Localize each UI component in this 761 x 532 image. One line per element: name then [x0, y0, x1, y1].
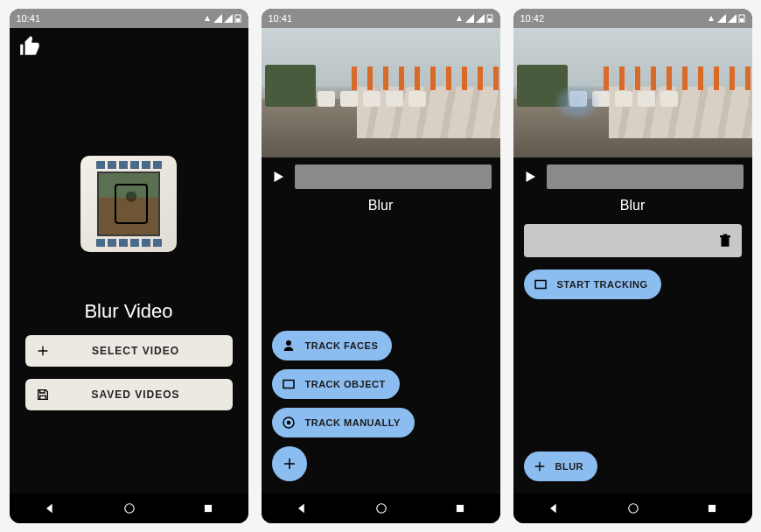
target-icon	[281, 415, 297, 430]
android-nav-bar	[10, 494, 248, 523]
object-icon	[533, 276, 548, 292]
video-preview[interactable]	[513, 28, 752, 158]
saved-videos-label: SAVED VIDEOS	[50, 388, 222, 401]
svg-point-2	[125, 504, 135, 514]
nav-back-icon[interactable]	[295, 501, 309, 515]
app-icon	[10, 156, 248, 252]
plus-icon	[282, 456, 297, 472]
nav-home-icon[interactable]	[627, 502, 639, 514]
nav-recent-icon[interactable]	[706, 502, 718, 514]
phone-screen-tracking: 10:42 Blur START TRACKING	[513, 9, 752, 523]
start-tracking-button[interactable]: START TRACKING	[524, 270, 662, 299]
saved-videos-button[interactable]: SAVED VIDEOS	[25, 379, 233, 410]
start-tracking-label: START TRACKING	[557, 279, 648, 290]
like-button[interactable]	[10, 28, 248, 68]
nav-recent-icon[interactable]	[454, 502, 466, 514]
svg-point-15	[629, 504, 639, 514]
svg-rect-11	[457, 505, 464, 512]
track-object-button[interactable]: TRACK OBJECT	[272, 369, 400, 399]
blur-button[interactable]: BLUR	[524, 452, 598, 481]
nav-back-icon[interactable]	[547, 501, 561, 515]
android-nav-bar	[262, 494, 500, 523]
phone-screen-home: 10:41 Blur Video SELECT VIDEO	[10, 9, 248, 523]
track-manually-label: TRACK MANUALLY	[305, 417, 401, 428]
video-progress[interactable]	[295, 164, 492, 189]
select-video-label: SELECT VIDEO	[50, 345, 222, 357]
nav-home-icon[interactable]	[375, 502, 387, 514]
plus-icon	[533, 459, 547, 473]
nav-recent-icon[interactable]	[202, 502, 214, 514]
object-icon	[281, 376, 297, 392]
trash-icon[interactable]	[717, 233, 733, 248]
svg-point-6	[286, 340, 291, 346]
play-icon	[522, 169, 538, 185]
save-icon	[36, 388, 50, 402]
status-time: 10:41	[17, 13, 41, 24]
plus-icon	[36, 344, 50, 358]
status-time: 10:42	[520, 13, 545, 24]
mode-label: Blur	[513, 198, 752, 214]
play-icon	[270, 169, 286, 185]
phone-screen-track-options: 10:41 Blur TRACK FACES	[262, 9, 500, 523]
svg-rect-13	[740, 18, 744, 22]
status-icons	[707, 14, 745, 23]
nav-back-icon[interactable]	[43, 501, 57, 515]
track-object-label: TRACK OBJECT	[305, 379, 386, 389]
face-icon	[281, 338, 297, 354]
track-faces-button[interactable]: TRACK FACES	[272, 331, 393, 360]
status-bar: 10:42	[513, 9, 752, 28]
play-button[interactable]	[270, 168, 288, 186]
track-manually-button[interactable]: TRACK MANUALLY	[272, 408, 415, 438]
add-button[interactable]	[272, 446, 307, 481]
mode-label: Blur	[262, 198, 500, 214]
nav-home-icon[interactable]	[123, 502, 136, 514]
tracking-slot[interactable]	[524, 224, 742, 257]
video-preview[interactable]	[262, 28, 500, 158]
status-time: 10:41	[269, 13, 293, 24]
status-icons	[455, 14, 493, 23]
android-nav-bar	[513, 494, 752, 523]
svg-point-9	[286, 421, 290, 425]
svg-rect-3	[205, 505, 212, 512]
blur-region[interactable]	[557, 88, 597, 117]
svg-rect-5	[488, 18, 492, 22]
status-bar: 10:41	[10, 9, 248, 28]
thumbs-up-icon	[18, 35, 41, 58]
status-bar: 10:41	[262, 9, 500, 28]
svg-rect-1	[236, 18, 240, 22]
svg-point-10	[377, 504, 387, 514]
svg-rect-14	[535, 281, 546, 289]
select-video-button[interactable]: SELECT VIDEO	[25, 335, 233, 367]
video-progress[interactable]	[547, 164, 744, 189]
blur-label: BLUR	[555, 461, 584, 472]
app-title: Blur Video	[10, 300, 248, 323]
svg-rect-7	[283, 381, 294, 388]
svg-rect-16	[709, 505, 716, 512]
play-button[interactable]	[522, 168, 540, 186]
track-faces-label: TRACK FACES	[305, 340, 379, 351]
status-icons	[203, 14, 241, 23]
